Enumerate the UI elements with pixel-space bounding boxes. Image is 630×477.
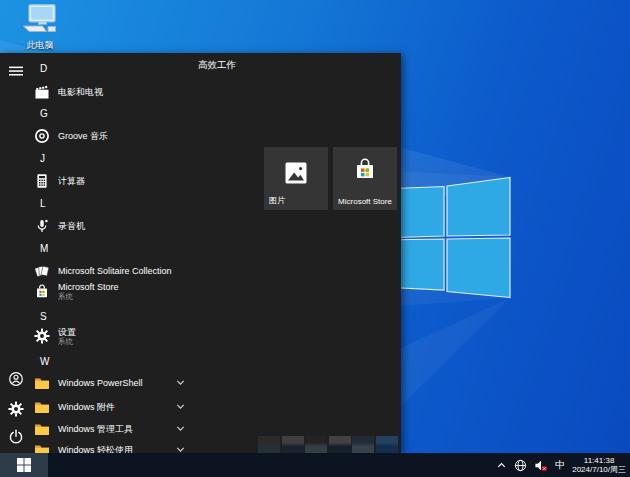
loading-tile[interactable]	[282, 436, 304, 453]
app-list-section-header[interactable]: G	[40, 106, 48, 120]
clock-date: 2024/7/10/周三	[572, 465, 626, 475]
app-label: Microsoft Solitaire Collection	[58, 266, 172, 276]
windows-logo-icon	[17, 458, 31, 472]
app-label: Windows 管理工具	[58, 424, 133, 434]
app-sublabel: 系统	[58, 292, 119, 301]
start-menu: D电影和电视GGroove 音乐J计算器L录音机MMicrosoft Solit…	[0, 53, 401, 453]
app-list-section-header[interactable]: M	[40, 241, 48, 255]
this-pc-icon	[20, 4, 60, 34]
tile-photos[interactable]: 图片	[264, 147, 328, 210]
app-item-settings[interactable]: 设置系统	[34, 322, 184, 350]
app-item-calculator[interactable]: 计算器	[34, 168, 184, 194]
app-list-section-header[interactable]: L	[40, 196, 46, 210]
section-letter: L	[40, 198, 46, 209]
section-letter: D	[40, 63, 47, 74]
app-list-section-header[interactable]: J	[40, 151, 45, 165]
app-item-voice-recorder[interactable]: 录音机	[34, 213, 184, 239]
section-letter: W	[40, 356, 49, 367]
app-item-folder[interactable]: Windows PowerShell	[34, 370, 184, 396]
section-letter: G	[40, 108, 48, 119]
chevron-down-icon	[175, 420, 186, 438]
app-item-folder[interactable]: Windows 轻松使用	[34, 437, 184, 453]
app-list-section-header[interactable]: S	[40, 309, 47, 323]
folder-icon	[34, 442, 50, 453]
folder-icon	[34, 375, 50, 391]
app-label: Windows PowerShell	[58, 378, 143, 388]
loading-tile[interactable]	[352, 436, 374, 453]
app-list-section-header[interactable]: D	[40, 61, 47, 75]
loading-tile[interactable]	[376, 436, 398, 453]
globe-icon[interactable]	[514, 459, 527, 472]
app-label: 电影和电视	[58, 87, 103, 97]
chevron-down-icon	[175, 398, 186, 416]
app-item-groove-music[interactable]: Groove 音乐	[34, 123, 184, 149]
movies-tv-icon	[34, 84, 50, 100]
tile-store[interactable]: Microsoft Store	[333, 147, 397, 210]
volume-muted-icon[interactable]	[534, 459, 548, 472]
start-button[interactable]	[0, 453, 48, 477]
app-list-section-header[interactable]: W	[40, 354, 49, 368]
app-label: Windows 附件	[58, 402, 115, 412]
screen: 此电脑 D电影和电视GGroove 音乐J计算器L录音机MMicrosoft S…	[0, 0, 630, 477]
chevron-down-icon	[175, 374, 186, 392]
power-icon[interactable]	[8, 429, 24, 445]
clock-time: 11:41:38	[572, 456, 626, 466]
store-icon	[34, 283, 50, 299]
app-label: 设置	[58, 327, 76, 337]
app-label: Windows 轻松使用	[58, 445, 133, 453]
settings-icon	[34, 328, 50, 344]
app-label: Groove 音乐	[58, 131, 108, 141]
app-label: 录音机	[58, 221, 85, 231]
taskbar-clock[interactable]: 11:41:38 2024/7/10/周三	[572, 456, 626, 475]
chevron-down-icon	[175, 441, 186, 453]
voice-recorder-icon	[34, 218, 50, 234]
section-letter: M	[40, 243, 48, 254]
desktop-icon-label: 此电脑	[14, 39, 66, 52]
section-letter: S	[40, 311, 47, 322]
hamburger-icon[interactable]	[8, 63, 24, 79]
app-label: 计算器	[58, 176, 85, 186]
tile-label: Microsoft Store	[333, 197, 397, 206]
groove-music-icon	[34, 128, 50, 144]
desktop-icon-this-pc[interactable]: 此电脑	[14, 4, 66, 52]
app-item-movies-tv[interactable]: 电影和电视	[34, 79, 184, 105]
chevron-up-icon[interactable]	[496, 460, 507, 471]
section-letter: J	[40, 153, 45, 164]
photos-icon	[283, 160, 309, 186]
ime-indicator[interactable]: 中	[555, 460, 565, 470]
system-tray: 中 11:41:38 2024/7/10/周三	[496, 456, 630, 475]
loading-tile[interactable]	[258, 436, 280, 453]
tile-group-header: 高效工作	[198, 59, 236, 72]
app-sublabel: 系统	[58, 337, 76, 346]
app-label: Microsoft Store	[58, 282, 119, 292]
tile-label: 图片	[269, 195, 285, 206]
store-tile-icon	[352, 156, 378, 182]
loading-tile[interactable]	[329, 436, 351, 453]
gear-icon[interactable]	[8, 401, 24, 417]
user-icon[interactable]	[8, 371, 24, 387]
folder-icon	[34, 399, 50, 415]
app-list: D电影和电视GGroove 音乐J计算器L录音机MMicrosoft Solit…	[34, 53, 200, 453]
taskbar: 中 11:41:38 2024/7/10/周三	[0, 453, 630, 477]
loading-tile[interactable]	[305, 436, 327, 453]
app-item-store[interactable]: Microsoft Store系统	[34, 277, 184, 305]
start-menu-rail	[0, 53, 32, 453]
calculator-icon	[34, 173, 50, 189]
folder-icon	[34, 421, 50, 437]
